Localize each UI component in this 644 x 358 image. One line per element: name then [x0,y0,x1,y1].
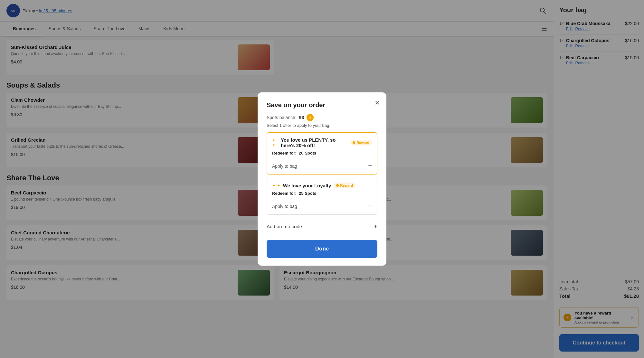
offer-badge-2: Reward [334,183,355,188]
modal-overlay[interactable]: Save on your order ✕ Spots balance: 93 S… [0,0,644,358]
add-promo-code-button[interactable]: + [374,223,377,230]
save-order-modal: Save on your order ✕ Spots balance: 93 S… [258,92,386,266]
apply-offer-2-button[interactable]: + [368,203,372,210]
modal-close-button[interactable]: ✕ [374,99,380,107]
apply-offer-1-button[interactable]: + [368,162,372,170]
offer-card-2[interactable]: ✦ ✦ We love your Loyalty Reward Redeem f… [267,178,377,215]
offer-card-1[interactable]: ✦ ✦ You love us PLENTY, so here's 20% of… [267,132,377,174]
done-button[interactable]: Done [267,240,377,258]
promo-code-row: Add promo code + [267,218,377,235]
spots-badge: S [307,114,314,121]
offer-badge-1: Reward [350,140,372,146]
